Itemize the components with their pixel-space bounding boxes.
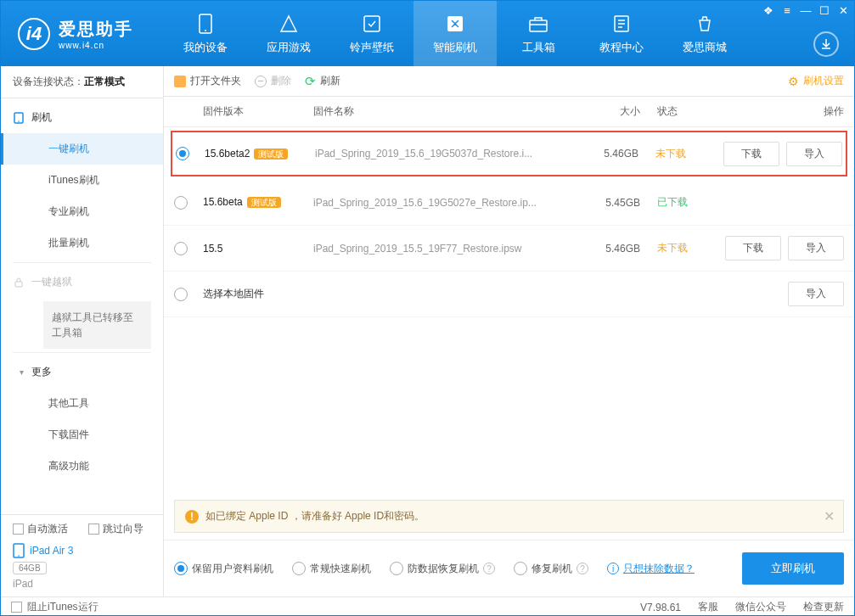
nav-item-6[interactable]: 爱思商城 — [663, 1, 746, 66]
sidebar-item-more[interactable]: ▾ 更多 — [1, 356, 163, 388]
col-version: 固件版本 — [203, 104, 313, 119]
download-manager-button[interactable] — [813, 31, 839, 57]
help-icon[interactable]: ? — [577, 563, 588, 574]
nav-item-5[interactable]: 教程中心 — [580, 1, 663, 66]
table-row[interactable]: 15.5iPad_Spring_2019_15.5_19F77_Restore.… — [164, 226, 854, 272]
app-header: i4 爱思助手 www.i4.cn 我的设备应用游戏铃声壁纸智能刷机工具箱教程中… — [1, 1, 854, 66]
storage-badge: 64GB — [13, 562, 47, 574]
nav-icon — [527, 13, 549, 35]
device-name[interactable]: iPad Air 3 — [13, 543, 151, 558]
window-controls: ❖ ≡ ― ☐ ✕ — [762, 4, 849, 16]
nav-item-3[interactable]: 智能刷机 — [413, 1, 497, 66]
nav-icon — [610, 13, 633, 35]
nav-icon — [444, 13, 466, 35]
gear-icon: ⚙ — [788, 75, 799, 88]
beta-tag: 测试版 — [254, 148, 288, 160]
nav-item-1[interactable]: 应用游戏 — [247, 1, 330, 66]
flash-options: 保留用户资料刷机常规快速刷机防数据恢复刷机?修复刷机?i只想抹除数据？立即刷机 — [164, 540, 854, 596]
nav-icon — [694, 13, 716, 35]
skip-guide-checkbox[interactable] — [88, 524, 99, 535]
maximize-button[interactable]: ☐ — [818, 4, 830, 16]
app-name: 爱思助手 — [59, 18, 133, 41]
flash-option[interactable]: 修复刷机? — [514, 562, 588, 576]
block-itunes-checkbox[interactable] — [11, 602, 22, 613]
nav-item-2[interactable]: 铃声壁纸 — [330, 1, 413, 66]
tablet-icon — [13, 543, 25, 558]
footer-link-update[interactable]: 检查更新 — [803, 600, 844, 614]
option-radio[interactable] — [390, 562, 403, 575]
row-radio[interactable] — [174, 242, 188, 255]
toolbar: 打开文件夹 删除 ⟳刷新 ⚙刷机设置 — [164, 66, 854, 97]
table-row[interactable]: 15.6beta测试版iPad_Spring_2019_15.6_19G5027… — [164, 180, 854, 226]
chevron-down-icon: ▾ — [20, 367, 24, 377]
row-radio[interactable] — [174, 196, 188, 210]
op-button[interactable]: 导入 — [788, 282, 844, 306]
sidebar-sub-item[interactable]: 一键刷机 — [1, 133, 163, 165]
delete-icon — [255, 76, 267, 87]
device-type: iPad — [13, 578, 151, 590]
sidebar-sub-item[interactable]: 专业刷机 — [1, 196, 163, 227]
status-bar: 阻止iTunes运行 V7.98.61 客服 微信公众号 检查更新 — [1, 596, 854, 616]
col-size: 大小 — [581, 104, 640, 119]
erase-link[interactable]: 只想抹除数据？ — [623, 562, 695, 576]
nav-item-4[interactable]: 工具箱 — [497, 1, 580, 66]
device-panel: 自动激活 跳过向导 iPad Air 3 64GB iPad — [1, 514, 163, 596]
refresh-icon: ⟳ — [305, 74, 316, 89]
nav-item-0[interactable]: 我的设备 — [164, 1, 247, 66]
sidebar-sub-item[interactable]: 其他工具 — [1, 388, 163, 419]
footer-link-support[interactable]: 客服 — [698, 600, 718, 614]
sidebar-sub-item[interactable]: 批量刷机 — [1, 227, 163, 259]
open-folder-button[interactable]: 打开文件夹 — [174, 74, 241, 88]
flash-option[interactable]: 防数据恢复刷机? — [390, 562, 495, 576]
close-button[interactable]: ✕ — [837, 4, 849, 16]
nav-icon — [361, 13, 383, 35]
warning-icon: ! — [185, 510, 199, 524]
option-radio[interactable] — [292, 562, 306, 575]
apple-id-banner: ! 如已绑定 Apple ID ，请准备好 Apple ID和密码。 ✕ — [174, 500, 844, 533]
row-radio[interactable] — [174, 288, 188, 301]
main-nav: 我的设备应用游戏铃声壁纸智能刷机工具箱教程中心爱思商城 — [164, 1, 854, 66]
svg-point-7 — [18, 120, 20, 122]
table-row[interactable]: 15.6beta2测试版iPad_Spring_2019_15.6_19G503… — [171, 131, 847, 176]
sidebar-sub-item[interactable]: iTunes刷机 — [1, 165, 163, 196]
op-button[interactable]: 下载 — [725, 236, 781, 260]
option-radio[interactable] — [514, 562, 527, 575]
footer-link-wechat[interactable]: 微信公众号 — [735, 600, 786, 614]
sidebar-item-flash[interactable]: 刷机 — [1, 102, 163, 133]
nav-icon — [194, 13, 217, 35]
op-button[interactable]: 导入 — [788, 236, 844, 260]
col-ops: 操作 — [708, 104, 844, 119]
refresh-button[interactable]: ⟳刷新 — [305, 74, 340, 89]
help-icon[interactable]: ? — [483, 563, 495, 574]
table-row[interactable]: 选择本地固件导入 — [164, 272, 854, 317]
sidebar-sub-item[interactable]: 高级功能 — [1, 451, 163, 482]
col-status: 状态 — [640, 104, 708, 119]
app-version: V7.98.61 — [640, 602, 681, 613]
minimize-button[interactable]: ― — [800, 4, 812, 16]
auto-activate-checkbox[interactable] — [13, 524, 24, 535]
sidebar-sub-item[interactable]: 下载固件 — [1, 419, 163, 451]
row-radio[interactable] — [176, 147, 189, 160]
folder-icon — [174, 76, 186, 87]
info-icon: i — [607, 563, 619, 574]
delete-button: 删除 — [255, 74, 291, 88]
op-button[interactable]: 下载 — [723, 142, 779, 166]
flash-settings-button[interactable]: ⚙刷机设置 — [788, 74, 844, 88]
col-name: 固件名称 — [313, 104, 581, 119]
logo-area: i4 爱思助手 www.i4.cn — [1, 18, 164, 50]
menu-icon[interactable]: ❖ — [762, 4, 774, 16]
svg-point-10 — [18, 555, 20, 557]
flash-now-button[interactable]: 立即刷机 — [742, 552, 844, 585]
sidebar-tree: 刷机 一键刷机iTunes刷机专业刷机批量刷机 一键越狱 越狱工具已转移至工具箱… — [1, 98, 163, 514]
lock-icon — [13, 277, 25, 288]
app-url: www.i4.cn — [59, 41, 133, 50]
op-button[interactable]: 导入 — [786, 142, 842, 166]
list-icon[interactable]: ≡ — [781, 4, 793, 16]
flash-option[interactable]: 保留用户资料刷机 — [174, 562, 273, 576]
table-header: 固件版本 固件名称 大小 状态 操作 — [164, 97, 854, 127]
option-radio[interactable] — [174, 562, 188, 575]
banner-close-button[interactable]: ✕ — [824, 508, 835, 524]
flash-option[interactable]: 常规快速刷机 — [292, 562, 371, 576]
sidebar-item-jailbreak: 一键越狱 — [1, 266, 163, 298]
svg-rect-4 — [530, 20, 547, 31]
